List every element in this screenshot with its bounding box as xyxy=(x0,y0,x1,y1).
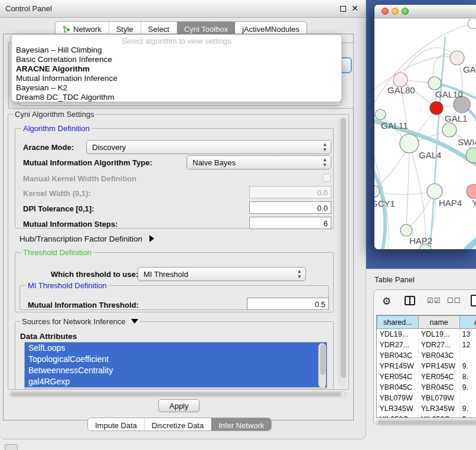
node-label: GCY1 xyxy=(374,198,395,208)
network-desktop: GAL GAL80 GAL10 GAL1 GAL11 GAL4 SWI4 GCY… xyxy=(366,0,476,269)
node-label: Y xyxy=(472,198,476,208)
list-item[interactable]: gal4RGexp xyxy=(25,376,327,387)
tab-jactivemnodules[interactable]: jActiveMNodules xyxy=(235,22,307,34)
settings-horizontal-scrollbar[interactable] xyxy=(9,391,347,397)
control-panel-title: Control Panel xyxy=(5,4,52,13)
minimize-traffic-light-icon[interactable] xyxy=(392,8,399,15)
node-label: GAL xyxy=(463,64,476,74)
node-label: SWI4 xyxy=(458,137,476,147)
columns-icon[interactable] xyxy=(405,296,415,305)
close-icon[interactable]: ✕ xyxy=(351,4,358,13)
table-panel: ⚙ ☑☑ ☐☐ shared... name A xyxy=(373,289,476,425)
mi-type-combo[interactable]: Naive Bayes ▲▼ xyxy=(187,155,331,169)
select-all-columns-icon[interactable]: ☑☑ xyxy=(427,296,441,305)
mi-type-label: Mutual Information Algorithm Type: xyxy=(23,158,152,167)
table-row[interactable]: YLR345WYLR345W9. xyxy=(377,403,476,414)
gear-icon[interactable]: ⚙ xyxy=(382,295,391,308)
table-row[interactable]: YPR145WYPR145W9. xyxy=(377,361,476,371)
dpi-tolerance-field[interactable]: 0.0 xyxy=(249,201,331,214)
cyni-bottom-tabs: Impute Data Discretize Data Infer Networ… xyxy=(87,418,272,431)
tab-infer-network[interactable]: Infer Network xyxy=(211,418,271,431)
hub-definition-expander[interactable]: Hub/Transcription Factor Definition xyxy=(19,234,154,243)
dropdown-item[interactable]: Basic Correlation Inference xyxy=(12,55,341,64)
float-window-icon[interactable] xyxy=(340,6,346,12)
network-view-window: GAL GAL80 GAL10 GAL1 GAL11 GAL4 SWI4 GCY… xyxy=(374,4,476,250)
table-row[interactable]: YDL19...YDL19...13 xyxy=(377,329,476,340)
manual-kernel-checkbox[interactable] xyxy=(322,174,331,182)
tab-cyni-toolbox[interactable]: Cyni Toolbox xyxy=(177,22,235,34)
dropdown-item[interactable]: Mutual Information Inference xyxy=(12,74,341,83)
dropdown-item[interactable]: Bayesian – K2 xyxy=(12,83,341,93)
list-item[interactable]: TopologicalCoefficient xyxy=(25,354,327,365)
column-header[interactable]: shared... xyxy=(377,316,419,329)
sources-expander[interactable]: Sources for Network Inference xyxy=(20,317,140,326)
combo-stepper-icon: ▲▼ xyxy=(322,142,327,152)
close-traffic-light-icon[interactable] xyxy=(382,8,389,15)
which-threshold-combo[interactable]: MI Threshold ▲▼ xyxy=(138,267,306,281)
tab-select[interactable]: Select xyxy=(141,22,177,34)
node-table[interactable]: shared... name A YDL19...YDL19...13 YDR2… xyxy=(376,315,476,418)
table-panel-title: Table Panel xyxy=(374,275,415,284)
combo-stepper-icon: ▲▼ xyxy=(322,157,327,168)
table-panel-region: Table Panel ⚙ ☑☑ ☐☐ shared... name A xyxy=(366,269,476,450)
data-attributes-label: Data Attributes xyxy=(20,332,77,341)
tab-network[interactable]: Network xyxy=(56,22,109,34)
settings-group-title: Cyni Algorithm Settings xyxy=(13,110,96,119)
tab-impute-data[interactable]: Impute Data xyxy=(88,418,145,431)
node-label: GAL10 xyxy=(435,89,463,99)
aracne-mode-label: Aracne Mode: xyxy=(23,143,74,152)
dropdown-prompt: Select algorithm to view settings xyxy=(12,35,341,45)
dropdown-item[interactable]: Dream8 DC_TDC Algorithm xyxy=(12,93,341,102)
table-row[interactable]: YDR27...YDR27...12 xyxy=(377,340,476,350)
collapsed-panel-button[interactable] xyxy=(5,444,18,450)
settings-vertical-scrollbar[interactable] xyxy=(339,116,347,387)
node-label: HAP4 xyxy=(439,198,462,208)
list-vertical-scrollbar[interactable] xyxy=(318,343,326,388)
table-row[interactable]: YBR043CYBR043C xyxy=(377,350,476,361)
dropdown-item-selected[interactable]: ARACNE Algorithm xyxy=(12,64,341,74)
mi-steps-field[interactable]: 6 xyxy=(249,217,331,229)
expander-arrow-icon xyxy=(149,235,154,242)
column-header[interactable]: A xyxy=(459,316,476,329)
node-label: GAL1 xyxy=(445,113,467,123)
list-item[interactable]: SelfLoops xyxy=(25,343,327,354)
screenshot-stage: Control Panel ✕ Network Style Select Cyn… xyxy=(0,0,476,450)
table-horizontal-scrollbar[interactable] xyxy=(376,419,476,426)
aracne-mode-combo[interactable]: Discovery ▲▼ xyxy=(86,140,331,154)
zoom-traffic-light-icon[interactable] xyxy=(402,8,409,15)
new-table-icon[interactable] xyxy=(471,295,476,306)
data-attributes-list[interactable]: SelfLoops TopologicalCoefficient Between… xyxy=(24,342,327,389)
mi-threshold-label: Mutual Information Threshold: xyxy=(28,301,139,309)
apply-button[interactable]: Apply xyxy=(158,399,200,412)
column-header[interactable]: name xyxy=(418,316,459,329)
kernel-width-label: Kernel Width (0,1): xyxy=(23,189,91,198)
threshold-definition-title: Threshold Definition xyxy=(21,248,93,257)
network-window-titlebar xyxy=(374,5,476,18)
tab-style[interactable]: Style xyxy=(109,22,141,34)
kernel-width-field[interactable]: 0.0 xyxy=(249,186,331,198)
control-panel-window: Control Panel ✕ Network Style Select Cyn… xyxy=(0,0,366,439)
tab-discretize-data[interactable]: Discretize Data xyxy=(145,418,211,431)
control-panel-titlebar: Control Panel ✕ xyxy=(0,0,366,18)
manual-kernel-label: Manual Kernel Width Definition xyxy=(23,174,136,183)
node-label: GAL11 xyxy=(381,120,408,131)
table-row[interactable]: YBL079WYBL079W xyxy=(377,393,476,403)
node-label: GAL80 xyxy=(387,85,415,95)
mi-threshold-title: MI Threshold Definition xyxy=(26,281,108,290)
collapse-arrow-icon xyxy=(131,319,138,324)
table-row[interactable]: YBR045CYBR045C9. xyxy=(377,382,476,393)
algorithm-definition-title: Algorithm Definition xyxy=(21,124,92,133)
mi-threshold-field[interactable]: 0.5 xyxy=(247,298,329,310)
mi-steps-label: Mutual Information Steps: xyxy=(23,220,118,229)
table-row[interactable]: YER054CYER054C8. xyxy=(377,371,476,382)
table-row[interactable]: YIL052CYIL052C9 xyxy=(377,414,476,419)
network-nodes[interactable] xyxy=(374,19,476,250)
network-canvas[interactable]: GAL GAL80 GAL10 GAL1 GAL11 GAL4 SWI4 GCY… xyxy=(374,19,476,250)
list-item[interactable]: BetweennessCentrality xyxy=(25,365,327,376)
dropdown-item[interactable]: Bayesian – Hill Climbing xyxy=(12,45,341,55)
deselect-all-columns-icon[interactable]: ☐☐ xyxy=(447,296,461,305)
cyni-toolbox-panel: gal-filtered sif default node ▲▼ Select … xyxy=(3,34,354,420)
control-panel-tabs: Network Style Select Cyni Toolbox jActiv… xyxy=(55,21,307,35)
node-label: HAP2 xyxy=(409,236,432,246)
dpi-tolerance-label: DPI Tolerance [0,1]: xyxy=(23,204,94,213)
